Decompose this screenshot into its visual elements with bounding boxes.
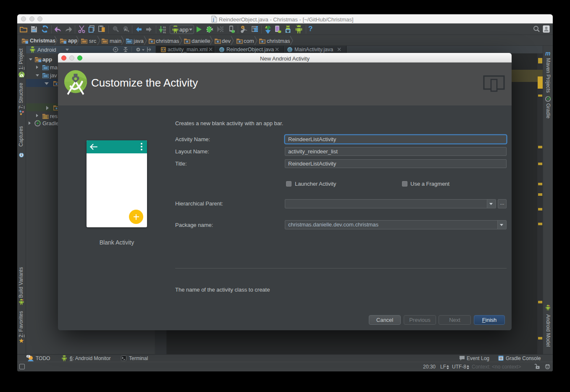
- svg-text:C: C: [221, 47, 223, 52]
- svg-text:01: 01: [163, 31, 166, 34]
- svg-text:C: C: [289, 47, 292, 52]
- svg-text:j: j: [213, 17, 214, 22]
- svg-text:A: A: [124, 28, 127, 32]
